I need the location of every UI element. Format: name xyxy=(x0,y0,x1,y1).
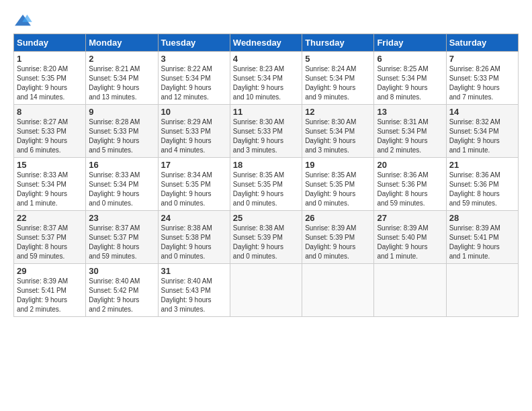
day-info: Sunrise: 8:28 AM Sunset: 5:33 PM Dayligh… xyxy=(89,118,154,155)
calendar-cell: 27Sunrise: 8:39 AM Sunset: 5:40 PM Dayli… xyxy=(374,211,446,264)
calendar-cell: 2Sunrise: 8:21 AM Sunset: 5:34 PM Daylig… xyxy=(86,52,158,105)
day-number: 14 xyxy=(449,107,515,117)
day-number: 4 xyxy=(233,54,299,64)
day-info: Sunrise: 8:35 AM Sunset: 5:35 PM Dayligh… xyxy=(305,171,371,208)
calendar-cell: 5Sunrise: 8:24 AM Sunset: 5:34 PM Daylig… xyxy=(302,52,374,105)
week-row-1: 1Sunrise: 8:20 AM Sunset: 5:35 PM Daylig… xyxy=(14,52,519,105)
calendar-cell: 21Sunrise: 8:36 AM Sunset: 5:36 PM Dayli… xyxy=(446,158,518,211)
calendar-cell xyxy=(230,264,302,317)
day-number: 19 xyxy=(305,160,371,170)
calendar-cell: 6Sunrise: 8:25 AM Sunset: 5:34 PM Daylig… xyxy=(374,52,446,105)
calendar-cell: 13Sunrise: 8:31 AM Sunset: 5:34 PM Dayli… xyxy=(374,105,446,158)
header-row xyxy=(13,11,519,28)
day-info: Sunrise: 8:33 AM Sunset: 5:34 PM Dayligh… xyxy=(89,171,154,208)
day-info: Sunrise: 8:36 AM Sunset: 5:36 PM Dayligh… xyxy=(449,171,515,208)
day-number: 2 xyxy=(89,54,154,64)
calendar-cell: 30Sunrise: 8:40 AM Sunset: 5:42 PM Dayli… xyxy=(86,264,158,317)
col-header-tuesday: Tuesday xyxy=(158,34,230,52)
day-number: 23 xyxy=(89,213,154,223)
calendar-cell: 11Sunrise: 8:30 AM Sunset: 5:33 PM Dayli… xyxy=(230,105,302,158)
day-number: 9 xyxy=(89,107,154,117)
day-number: 24 xyxy=(161,213,227,223)
calendar-cell: 10Sunrise: 8:29 AM Sunset: 5:33 PM Dayli… xyxy=(158,105,230,158)
calendar-cell xyxy=(302,264,374,317)
day-info: Sunrise: 8:26 AM Sunset: 5:33 PM Dayligh… xyxy=(449,64,515,102)
calendar-cell: 14Sunrise: 8:32 AM Sunset: 5:34 PM Dayli… xyxy=(446,105,518,158)
day-number: 30 xyxy=(89,266,154,276)
day-info: Sunrise: 8:40 AM Sunset: 5:42 PM Dayligh… xyxy=(89,277,154,314)
day-number: 22 xyxy=(17,213,83,223)
day-number: 11 xyxy=(233,107,299,117)
day-info: Sunrise: 8:25 AM Sunset: 5:34 PM Dayligh… xyxy=(377,64,443,102)
day-number: 3 xyxy=(161,54,227,64)
day-number: 20 xyxy=(377,160,443,170)
day-info: Sunrise: 8:20 AM Sunset: 5:35 PM Dayligh… xyxy=(17,64,83,102)
day-info: Sunrise: 8:39 AM Sunset: 5:40 PM Dayligh… xyxy=(377,224,443,261)
day-info: Sunrise: 8:21 AM Sunset: 5:34 PM Dayligh… xyxy=(89,64,154,102)
day-number: 26 xyxy=(305,213,371,223)
day-info: Sunrise: 8:29 AM Sunset: 5:33 PM Dayligh… xyxy=(161,118,227,155)
day-info: Sunrise: 8:23 AM Sunset: 5:34 PM Dayligh… xyxy=(233,64,299,102)
day-number: 8 xyxy=(17,107,83,117)
day-number: 7 xyxy=(449,54,515,64)
col-header-thursday: Thursday xyxy=(302,34,374,52)
day-info: Sunrise: 8:39 AM Sunset: 5:41 PM Dayligh… xyxy=(449,224,515,261)
day-info: Sunrise: 8:32 AM Sunset: 5:34 PM Dayligh… xyxy=(449,118,515,155)
calendar-cell: 20Sunrise: 8:36 AM Sunset: 5:36 PM Dayli… xyxy=(374,158,446,211)
calendar-cell: 12Sunrise: 8:30 AM Sunset: 5:34 PM Dayli… xyxy=(302,105,374,158)
col-header-saturday: Saturday xyxy=(446,34,518,52)
day-number: 6 xyxy=(377,54,443,64)
logo-icon xyxy=(13,13,32,28)
day-number: 13 xyxy=(377,107,443,117)
day-info: Sunrise: 8:37 AM Sunset: 5:37 PM Dayligh… xyxy=(17,224,83,261)
day-info: Sunrise: 8:38 AM Sunset: 5:39 PM Dayligh… xyxy=(233,224,299,261)
week-row-3: 15Sunrise: 8:33 AM Sunset: 5:34 PM Dayli… xyxy=(14,158,519,211)
calendar-cell: 18Sunrise: 8:35 AM Sunset: 5:35 PM Dayli… xyxy=(230,158,302,211)
calendar-cell: 29Sunrise: 8:39 AM Sunset: 5:41 PM Dayli… xyxy=(14,264,86,317)
calendar-cell: 31Sunrise: 8:40 AM Sunset: 5:43 PM Dayli… xyxy=(158,264,230,317)
calendar-table: SundayMondayTuesdayWednesdayThursdayFrid… xyxy=(13,34,519,317)
day-info: Sunrise: 8:35 AM Sunset: 5:35 PM Dayligh… xyxy=(233,171,299,208)
calendar-cell: 16Sunrise: 8:33 AM Sunset: 5:34 PM Dayli… xyxy=(86,158,158,211)
calendar-cell: 19Sunrise: 8:35 AM Sunset: 5:35 PM Dayli… xyxy=(302,158,374,211)
day-number: 21 xyxy=(449,160,515,170)
calendar-cell: 23Sunrise: 8:37 AM Sunset: 5:37 PM Dayli… xyxy=(86,211,158,264)
calendar-cell: 8Sunrise: 8:27 AM Sunset: 5:33 PM Daylig… xyxy=(14,105,86,158)
calendar-cell: 25Sunrise: 8:38 AM Sunset: 5:39 PM Dayli… xyxy=(230,211,302,264)
week-row-5: 29Sunrise: 8:39 AM Sunset: 5:41 PM Dayli… xyxy=(14,264,519,317)
calendar-cell: 28Sunrise: 8:39 AM Sunset: 5:41 PM Dayli… xyxy=(446,211,518,264)
day-number: 10 xyxy=(161,107,227,117)
day-info: Sunrise: 8:30 AM Sunset: 5:34 PM Dayligh… xyxy=(305,118,371,155)
calendar-cell xyxy=(446,264,518,317)
day-info: Sunrise: 8:22 AM Sunset: 5:34 PM Dayligh… xyxy=(161,64,227,102)
day-number: 5 xyxy=(305,54,371,64)
day-info: Sunrise: 8:37 AM Sunset: 5:37 PM Dayligh… xyxy=(89,224,154,261)
calendar-cell: 26Sunrise: 8:39 AM Sunset: 5:39 PM Dayli… xyxy=(302,211,374,264)
calendar-cell xyxy=(374,264,446,317)
header-row-days: SundayMondayTuesdayWednesdayThursdayFrid… xyxy=(14,34,519,52)
day-number: 16 xyxy=(89,160,154,170)
col-header-monday: Monday xyxy=(86,34,158,52)
calendar-cell: 17Sunrise: 8:34 AM Sunset: 5:35 PM Dayli… xyxy=(158,158,230,211)
day-info: Sunrise: 8:27 AM Sunset: 5:33 PM Dayligh… xyxy=(17,118,83,155)
day-number: 27 xyxy=(377,213,443,223)
main-container: SundayMondayTuesdayWednesdayThursdayFrid… xyxy=(0,0,532,324)
calendar-cell: 3Sunrise: 8:22 AM Sunset: 5:34 PM Daylig… xyxy=(158,52,230,105)
week-row-4: 22Sunrise: 8:37 AM Sunset: 5:37 PM Dayli… xyxy=(14,211,519,264)
day-info: Sunrise: 8:24 AM Sunset: 5:34 PM Dayligh… xyxy=(305,64,371,102)
calendar-cell: 7Sunrise: 8:26 AM Sunset: 5:33 PM Daylig… xyxy=(446,52,518,105)
day-number: 18 xyxy=(233,160,299,170)
day-number: 12 xyxy=(305,107,371,117)
day-number: 29 xyxy=(17,266,83,276)
calendar-cell: 15Sunrise: 8:33 AM Sunset: 5:34 PM Dayli… xyxy=(14,158,86,211)
calendar-cell: 24Sunrise: 8:38 AM Sunset: 5:38 PM Dayli… xyxy=(158,211,230,264)
day-info: Sunrise: 8:31 AM Sunset: 5:34 PM Dayligh… xyxy=(377,118,443,155)
day-number: 31 xyxy=(161,266,227,276)
day-info: Sunrise: 8:34 AM Sunset: 5:35 PM Dayligh… xyxy=(161,171,227,208)
day-number: 28 xyxy=(449,213,515,223)
col-header-sunday: Sunday xyxy=(14,34,86,52)
day-number: 1 xyxy=(17,54,83,64)
day-info: Sunrise: 8:30 AM Sunset: 5:33 PM Dayligh… xyxy=(233,118,299,155)
day-number: 15 xyxy=(17,160,83,170)
col-header-wednesday: Wednesday xyxy=(230,34,302,52)
